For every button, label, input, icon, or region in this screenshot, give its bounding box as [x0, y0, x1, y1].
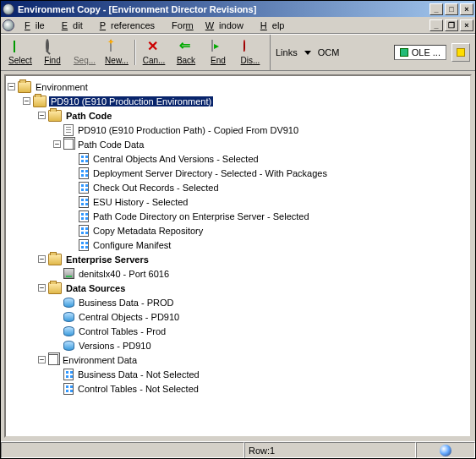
tree-label: ESU History - Selected [91, 197, 189, 207]
tree-label: Business Data - PROD [77, 298, 175, 308]
tree-label: Central Objects And Versions - Selected [91, 154, 260, 164]
menu-file[interactable]: File [19, 19, 55, 32]
back-arrow-icon: ⇐ [179, 41, 193, 54]
cancel-button[interactable]: ✕Can... [138, 36, 170, 68]
tree-node-envdata-item[interactable]: Control Tables - Not Selected [8, 381, 468, 396]
tree-node-pcd-item[interactable]: Check Out Records - Selected [8, 180, 468, 194]
ocm-link[interactable]: OCM [318, 47, 340, 57]
stack-icon [48, 354, 58, 365]
collapse-icon[interactable]: − [8, 83, 15, 90]
ole-box[interactable]: OLE ... [394, 45, 446, 60]
display-button[interactable]: Dis... [234, 36, 266, 68]
mdi-restore-button[interactable]: ❐ [445, 19, 458, 31]
menu-edit[interactable]: Edit [57, 19, 93, 32]
mdi-doc-icon [3, 19, 14, 31]
mdi-controls: _ ❐ × [429, 19, 473, 31]
folder-open-icon [33, 96, 47, 107]
mdi-close-button[interactable]: × [460, 19, 473, 31]
tree-label: Central Objects - PD910 [77, 312, 181, 322]
tree-node-ds-item[interactable]: Business Data - PROD [8, 295, 468, 309]
new-button[interactable]: New... [101, 36, 133, 68]
tree-node-pathcode[interactable]: − Path Code [8, 108, 468, 123]
folder-open-icon [48, 282, 62, 294]
folder-open-icon [18, 81, 31, 93]
menu-form[interactable]: Form [167, 19, 199, 32]
tree-node-pcd-item[interactable]: Central Objects And Versions - Selected [8, 151, 468, 166]
collapse-icon[interactable]: − [23, 97, 30, 105]
maximize-button[interactable]: □ [445, 3, 458, 15]
toolbar-separator [134, 40, 136, 65]
collapse-icon[interactable]: − [38, 255, 46, 263]
tree-label: Copy Metadata Repository [91, 226, 205, 236]
status-bar: Row:1 [1, 441, 475, 458]
tree-node-envdata[interactable]: − Environment Data [8, 352, 468, 367]
tree-node-pathcode-copied[interactable]: PD910 (E910 Production Path) - Copied Fr… [8, 123, 468, 137]
property-icon [79, 225, 89, 237]
select-button[interactable]: Select [4, 36, 36, 68]
tree-node-servers[interactable]: − Enterprise Servers [8, 252, 468, 266]
tree-node-server-item[interactable]: denitslx40 - Port 6016 [8, 266, 468, 281]
menu-window[interactable]: Window [200, 19, 254, 32]
collapse-icon[interactable]: − [38, 284, 46, 292]
back-button[interactable]: ⇐Back [170, 36, 202, 68]
property-icon [79, 210, 89, 222]
close-button[interactable]: × [460, 3, 473, 15]
tree-label: Control Tables - Not Selected [76, 384, 200, 394]
tree-node-root[interactable]: − Environment [8, 79, 468, 94]
links-dropdown-icon[interactable] [304, 51, 311, 55]
tree-node-pcd-item[interactable]: Deployment Server Directory - Selected -… [8, 166, 468, 180]
next-attachment-button[interactable] [451, 43, 470, 62]
folder-open-icon [48, 254, 62, 265]
tree-node-datasources[interactable]: − Data Sources [8, 281, 468, 295]
toolbar: Select Find Seq... New... ✕Can... ⇐Back … [1, 34, 475, 71]
status-row-text: Row:1 [249, 445, 275, 456]
toolbar-actions: Select Find Seq... New... ✕Can... ⇐Back … [1, 35, 271, 70]
x-icon: ✕ [147, 41, 161, 54]
stack-icon [63, 139, 74, 150]
tree-node-pathcode-data[interactable]: − Path Code Data [8, 137, 468, 151]
menu-help[interactable]: Help [255, 19, 295, 32]
property-icon [79, 167, 89, 179]
tree-node-pcd-item[interactable]: ESU History - Selected [8, 194, 468, 209]
tree-view[interactable]: − Environment − PD910 (E910 Production E… [4, 74, 472, 438]
end-icon [211, 40, 213, 52]
tree-label: Business Data - Not Selected [76, 369, 201, 380]
window-controls: _ □ × [429, 3, 473, 15]
tree-node-ds-item[interactable]: Control Tables - Prod [8, 324, 468, 338]
toolbar-right: Links OCM OLE ... [271, 35, 475, 70]
ole-indicator-icon [400, 48, 408, 57]
magnifier-icon [46, 39, 49, 52]
collapse-icon[interactable]: − [53, 140, 61, 148]
tree-node-envdata-item[interactable]: Business Data - Not Selected [8, 367, 468, 381]
tree-node-ds-item[interactable]: Versions - PD910 [8, 338, 468, 352]
status-right [416, 442, 475, 458]
minimize-button[interactable]: _ [429, 3, 443, 15]
main-menu: File Edit Preferences Form Window Help [19, 19, 429, 32]
collapse-icon[interactable]: − [38, 112, 46, 119]
tree-label: denitslx40 - Port 6016 [77, 269, 171, 279]
content-area: − Environment − PD910 (E910 Production E… [1, 71, 475, 441]
database-icon [63, 326, 74, 336]
property-icon [79, 182, 89, 194]
tree-node-pcd-item[interactable]: Path Code Directory on Enterprise Server… [8, 209, 468, 223]
tree-label: Environment Data [61, 355, 139, 365]
tree-node-environment[interactable]: − PD910 (E910 Production Environment) [8, 94, 468, 108]
pin-icon [243, 40, 245, 52]
tree-node-ds-item[interactable]: Central Objects - PD910 [8, 309, 468, 324]
server-icon [63, 268, 74, 279]
collapse-icon[interactable]: − [38, 356, 46, 363]
titlebar: Environment Copy - [Environment Director… [1, 1, 475, 17]
mdi-minimize-button[interactable]: _ [429, 19, 443, 31]
database-icon [63, 298, 74, 308]
check-icon [14, 41, 15, 52]
find-button[interactable]: Find [36, 36, 68, 68]
tree-node-pcd-item[interactable]: Copy Metadata Repository [8, 223, 468, 238]
document-icon [63, 124, 74, 136]
tree-label: Versions - PD910 [77, 341, 153, 351]
tree-node-pcd-item[interactable]: Configure Manifest [8, 238, 468, 252]
menu-preferences[interactable]: Preferences [95, 19, 165, 32]
tree-label: Path Code Directory on Enterprise Server… [91, 211, 311, 221]
end-button[interactable]: End [202, 36, 234, 68]
globe-icon [440, 445, 451, 456]
sequence-button[interactable]: Seq... [68, 36, 101, 68]
